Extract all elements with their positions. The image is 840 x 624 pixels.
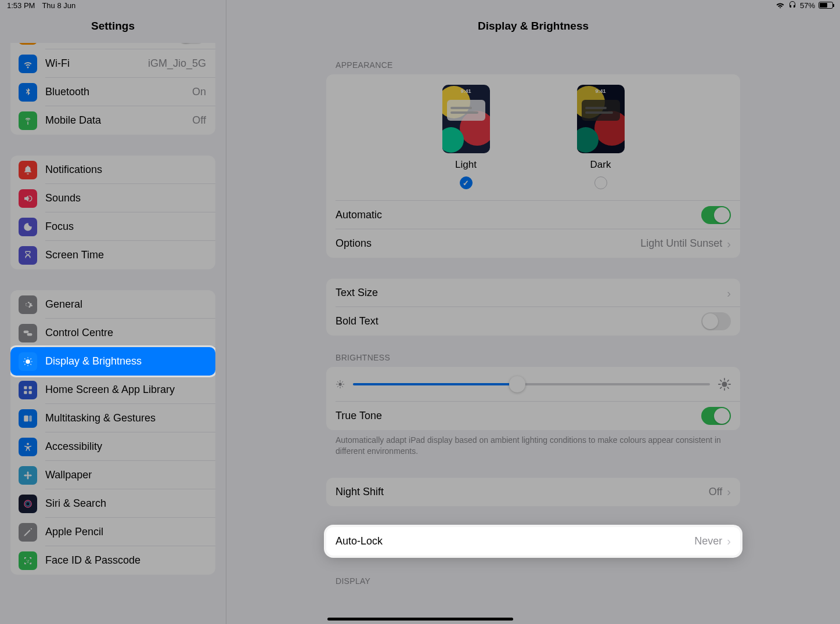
svg-rect-3 — [29, 391, 32, 394]
sidebar-item-siri[interactable]: Siri & Search — [10, 489, 215, 518]
sidebar-item-focus[interactable]: Focus — [10, 212, 215, 241]
sidebar-item-label: Accessibility — [45, 441, 206, 453]
antenna-icon — [19, 111, 37, 130]
sidebar-item-airplane[interactable]: Airplane Mode — [10, 43, 215, 49]
text-size-row[interactable]: Text Size › — [326, 279, 740, 307]
switches-icon — [19, 324, 37, 342]
status-date: Thu 8 Jun — [42, 1, 75, 10]
sidebar-item-label: Control Centre — [45, 327, 206, 339]
sidebar-item-accessibility[interactable]: Accessibility — [10, 432, 215, 461]
light-preview: 9:41 — [442, 85, 490, 153]
true-tone-label: True Tone — [336, 410, 701, 422]
options-label: Options — [336, 237, 640, 250]
bold-text-toggle[interactable] — [701, 312, 731, 330]
svg-rect-5 — [29, 415, 32, 421]
chevron-right-icon: › — [727, 287, 731, 299]
sidebar-item-label: Wi-Fi — [45, 57, 148, 70]
siri-icon — [19, 495, 37, 513]
headphones-icon — [788, 1, 796, 10]
sidebar-item-label: Sounds — [45, 192, 206, 204]
sidebar-item-label: Bluetooth — [45, 86, 192, 98]
automatic-label: Automatic — [336, 209, 701, 221]
sidebar-item-general[interactable]: General — [10, 290, 215, 319]
sun-icon — [19, 352, 37, 371]
sidebar-item-label: Face ID & Passcode — [45, 554, 206, 567]
sidebar: Settings Airplane Mode Wi-Fi iGM_Jio_5G … — [0, 0, 226, 624]
appearance-dark-option[interactable]: 9:41 Dark — [577, 85, 625, 189]
sidebar-item-label: Siri & Search — [45, 497, 206, 510]
auto-lock-label: Auto-Lock — [336, 535, 694, 547]
text-size-label: Text Size — [336, 287, 727, 299]
true-tone-row[interactable]: True Tone — [326, 402, 740, 430]
brightness-slider[interactable] — [353, 383, 710, 385]
svg-rect-1 — [29, 386, 32, 389]
pencil-icon — [19, 523, 37, 542]
airplane-toggle[interactable] — [176, 43, 206, 44]
options-row[interactable]: Options Light Until Sunset › — [326, 229, 740, 258]
sidebar-item-sounds[interactable]: Sounds — [10, 184, 215, 212]
sidebar-item-label: Home Screen & App Library — [45, 384, 206, 396]
multitask-icon — [19, 409, 37, 428]
svg-rect-0 — [24, 386, 27, 389]
sidebar-item-notifications[interactable]: Notifications — [10, 156, 215, 184]
bold-text-row[interactable]: Bold Text — [326, 307, 740, 336]
sidebar-item-value: Off — [192, 114, 206, 127]
automatic-row[interactable]: Automatic — [326, 201, 740, 229]
sidebar-item-value: iGM_Jio_5G — [148, 57, 206, 70]
home-indicator[interactable] — [327, 618, 513, 621]
speaker-icon — [19, 189, 37, 208]
detail-scroll[interactable]: APPEARANCE 9:41 Light — [226, 43, 840, 624]
sidebar-item-apple-pencil[interactable]: Apple Pencil — [10, 518, 215, 546]
bell-icon — [19, 161, 37, 179]
display-header: DISPLAY — [326, 556, 740, 590]
sidebar-item-bluetooth[interactable]: Bluetooth On — [10, 78, 215, 106]
sidebar-item-home-screen[interactable]: Home Screen & App Library — [10, 376, 215, 404]
grid-icon — [19, 381, 37, 399]
sidebar-item-face-id[interactable]: Face ID & Passcode — [10, 546, 215, 575]
light-label: Light — [455, 159, 477, 171]
light-radio[interactable] — [460, 176, 473, 189]
appearance-light-option[interactable]: 9:41 Light — [442, 85, 490, 189]
sidebar-item-display-brightness[interactable]: Display & Brightness — [10, 347, 215, 376]
true-tone-footer: Automatically adapt iPad display based o… — [326, 430, 740, 457]
appearance-header: APPEARANCE — [326, 43, 740, 74]
accessibility-icon — [19, 438, 37, 456]
sidebar-item-multitasking[interactable]: Multitasking & Gestures — [10, 404, 215, 432]
slider-thumb[interactable] — [509, 376, 525, 392]
true-tone-toggle[interactable] — [701, 407, 731, 425]
chevron-right-icon: › — [727, 535, 731, 547]
sun-small-icon — [336, 380, 345, 389]
sidebar-item-control-centre[interactable]: Control Centre — [10, 319, 215, 347]
svg-point-7 — [27, 474, 30, 477]
battery-icon — [819, 2, 833, 9]
chevron-right-icon: › — [727, 486, 731, 497]
wifi-icon — [776, 1, 785, 10]
automatic-toggle[interactable] — [701, 206, 731, 224]
sidebar-item-wallpaper[interactable]: Wallpaper — [10, 461, 215, 489]
status-bar: 1:53 PM Thu 8 Jun 57% — [0, 0, 840, 10]
sidebar-item-label: Mobile Data — [45, 114, 192, 127]
dark-radio[interactable] — [594, 176, 607, 189]
bold-text-label: Bold Text — [336, 315, 701, 327]
sidebar-item-value: On — [192, 86, 206, 98]
chevron-right-icon: › — [727, 238, 731, 250]
night-shift-value: Off — [709, 486, 723, 498]
night-shift-row[interactable]: Night Shift Off › — [326, 478, 740, 506]
auto-lock-card: Auto-Lock Never › — [326, 527, 740, 556]
svg-point-9 — [26, 502, 30, 506]
sidebar-item-label: Notifications — [45, 164, 206, 176]
dark-label: Dark — [590, 159, 611, 171]
sidebar-item-screen-time[interactable]: Screen Time — [10, 241, 215, 269]
bluetooth-icon — [19, 83, 37, 102]
sidebar-item-label: General — [45, 298, 206, 311]
moon-icon — [19, 218, 37, 236]
sidebar-item-mobile-data[interactable]: Mobile Data Off — [10, 106, 215, 135]
sidebar-item-wifi[interactable]: Wi-Fi iGM_Jio_5G — [10, 49, 215, 78]
auto-lock-row[interactable]: Auto-Lock Never › — [326, 527, 740, 556]
sidebar-item-label: Focus — [45, 221, 206, 233]
sun-large-icon — [718, 378, 731, 391]
sidebar-scroll[interactable]: Airplane Mode Wi-Fi iGM_Jio_5G Bluetooth… — [0, 43, 226, 624]
brightness-header: BRIGHTNESS — [326, 336, 740, 367]
sidebar-item-label: Apple Pencil — [45, 526, 206, 538]
battery-pct: 57% — [800, 1, 815, 10]
